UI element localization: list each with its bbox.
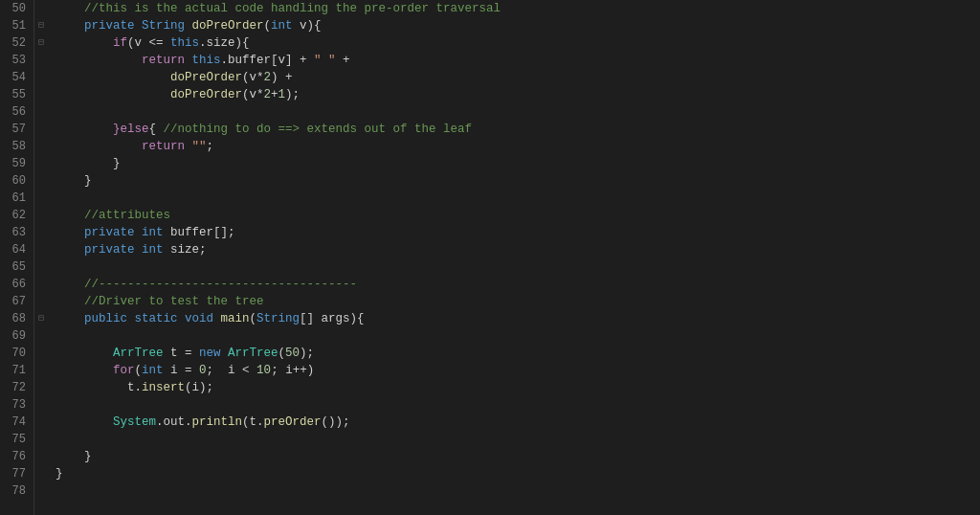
code-token: (v* [242, 71, 264, 84]
code-token: .out. [156, 415, 192, 429]
code-line: ArrTree t = new ArrTree(50); [56, 345, 980, 362]
code-token [56, 71, 170, 84]
line-number: 61 [4, 190, 26, 207]
code-token: //nothing to do ==> extends out of the l… [164, 123, 473, 136]
code-token: (i); [185, 381, 213, 394]
code-token: ( [250, 312, 257, 325]
code-line: return ""; [56, 138, 980, 155]
code-token: private [56, 226, 142, 239]
collapse-marker [34, 465, 48, 482]
line-number: 57 [4, 121, 26, 138]
code-token: (v <= [127, 36, 170, 50]
code-token: public [56, 312, 135, 325]
collapse-marker [34, 0, 48, 17]
line-number: 68 [4, 310, 26, 327]
line-number: 69 [4, 327, 26, 345]
code-line: doPreOrder(v*2+1); [56, 86, 980, 103]
collapse-marker [34, 448, 48, 465]
line-number: 67 [4, 293, 26, 310]
code-token [56, 364, 113, 377]
code-token: "" [192, 140, 207, 153]
code-line: System.out.println(t.preOrder()); [56, 414, 980, 431]
code-token: 0 [199, 364, 207, 377]
code-token: //Driver to test the tree [56, 295, 264, 308]
collapse-marker [34, 155, 48, 172]
code-token: int [271, 19, 293, 33]
collapse-marker[interactable]: ⊟ [34, 17, 48, 34]
line-number: 58 [4, 138, 26, 155]
code-token: " " [314, 54, 336, 67]
code-token: { [149, 123, 164, 136]
collapse-marker [34, 414, 48, 431]
code-token: v){ [293, 19, 322, 33]
line-number: 63 [4, 224, 26, 241]
code-token: t = [164, 347, 200, 360]
code-token: new [199, 347, 228, 360]
code-container: 5051525354555657585960616263646566676869… [0, 0, 980, 515]
code-token: } [56, 467, 63, 481]
collapse-marker [34, 431, 48, 448]
line-number: 71 [4, 362, 26, 379]
code-token: doPreOrder [170, 88, 242, 101]
code-line: } [56, 155, 980, 172]
code-token: void [185, 312, 221, 325]
code-token [56, 347, 113, 360]
collapse-marker [34, 379, 48, 396]
collapse-marker [34, 103, 48, 121]
code-token: return [142, 54, 192, 67]
code-line: public static void main(String[] args){ [56, 310, 980, 327]
code-token: ; i++) [271, 364, 314, 377]
line-number: 70 [4, 345, 26, 362]
code-token: //------------------------------------ [56, 278, 357, 291]
code-token: System [113, 415, 156, 429]
code-token: int [142, 364, 164, 377]
collapse-marker [34, 207, 48, 224]
collapse-markers: ⊟⊟⊟ [34, 0, 48, 515]
code-token: i = [164, 364, 200, 377]
code-token: doPreOrder [192, 19, 264, 33]
code-token: //this is the actual code handling the p… [56, 2, 501, 15]
line-number: 50 [4, 0, 26, 17]
code-line: private String doPreOrder(int v){ [56, 17, 980, 34]
code-line [56, 431, 980, 448]
line-number: 65 [4, 258, 26, 276]
code-token: 10 [256, 364, 271, 377]
code-token: if [113, 36, 127, 50]
code-token [56, 140, 142, 153]
code-token: println [192, 415, 243, 429]
collapse-marker [34, 482, 48, 500]
code-line: } [56, 172, 980, 190]
collapse-marker[interactable]: ⊟ [34, 34, 48, 52]
code-line: t.insert(i); [56, 379, 980, 396]
code-token: 2 [264, 88, 272, 101]
code-token: size; [170, 243, 207, 257]
code-token: ); [285, 88, 300, 101]
collapse-marker[interactable]: ⊟ [34, 310, 48, 327]
code-token: private [56, 19, 142, 33]
collapse-marker [34, 224, 48, 241]
collapse-marker [34, 190, 48, 207]
code-token: 2 [264, 71, 272, 84]
line-number: 72 [4, 379, 26, 396]
code-line: } [56, 448, 980, 465]
code-line: for(int i = 0; i < 10; i++) [56, 362, 980, 379]
code-token: } [56, 157, 121, 170]
code-token [56, 88, 170, 101]
code-token: private [56, 243, 142, 257]
line-number: 60 [4, 172, 26, 190]
code-token: t. [56, 381, 142, 394]
code-token: + [271, 88, 278, 101]
collapse-marker [34, 52, 48, 69]
code-line [56, 327, 980, 345]
line-number: 56 [4, 103, 26, 121]
code-line: doPreOrder(v*2) + [56, 69, 980, 86]
code-token: return [142, 140, 192, 153]
line-number: 73 [4, 396, 26, 414]
code-token: .buffer[v] + [221, 54, 315, 67]
code-token [56, 415, 113, 429]
collapse-marker [34, 293, 48, 310]
code-line [56, 396, 980, 414]
code-token: 1 [278, 88, 286, 101]
code-token: ( [278, 347, 286, 360]
code-token: } [56, 450, 92, 463]
